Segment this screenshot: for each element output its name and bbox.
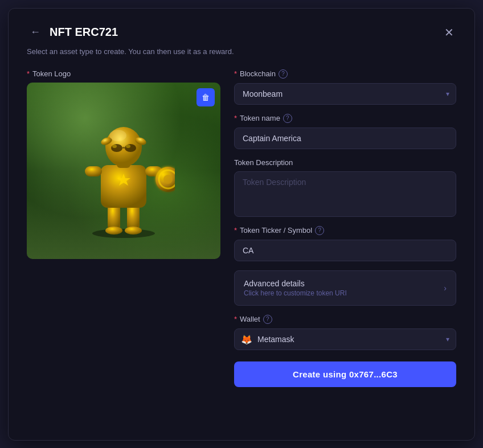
modal-container: ← NFT ERC721 ✕ Select an asset type to c…	[8, 8, 475, 441]
blockchain-info-icon[interactable]: ?	[279, 69, 288, 79]
svg-point-4	[125, 227, 142, 235]
advanced-details-title: Advanced details	[244, 279, 347, 288]
advanced-details-button[interactable]: Advanced details Click here to customize…	[234, 270, 456, 306]
token-name-required: *	[234, 114, 237, 122]
token-name-info-icon[interactable]: ?	[283, 114, 292, 123]
blockchain-label: * Blockchain ?	[234, 69, 456, 79]
modal-title-row: ← NFT ERC721	[27, 25, 118, 39]
golden-figure-svg	[72, 102, 175, 239]
token-description-group: Token Description	[234, 158, 456, 217]
close-button[interactable]: ✕	[442, 24, 456, 40]
svg-rect-20	[122, 147, 125, 149]
required-star: *	[27, 69, 30, 78]
token-name-group: * Token name ?	[234, 114, 456, 149]
svg-rect-5	[101, 165, 146, 208]
svg-point-11	[163, 175, 173, 184]
svg-point-19	[126, 145, 130, 148]
svg-point-3	[105, 227, 122, 235]
token-ticker-info-icon[interactable]: ?	[315, 226, 324, 235]
token-name-label: * Token name ?	[234, 114, 456, 123]
back-button[interactable]: ←	[27, 25, 44, 39]
token-description-input[interactable]	[234, 171, 456, 217]
wallet-group: * Wallet ? 🦊 Metamask ▾	[234, 315, 456, 350]
blockchain-group: * Blockchain ? Moonbeam ▾	[234, 69, 456, 105]
svg-point-18	[112, 145, 117, 148]
svg-rect-7	[85, 166, 102, 176]
token-ticker-label: * Token Ticker / Symbol ?	[234, 226, 456, 235]
modal-subtitle: Select an asset type to create. You can …	[27, 47, 456, 56]
blockchain-required: *	[234, 69, 237, 78]
wallet-info-icon[interactable]: ?	[263, 315, 272, 324]
svg-point-21	[109, 130, 126, 141]
wallet-select[interactable]: Metamask	[234, 328, 456, 350]
advanced-details-content: Advanced details Click here to customize…	[244, 279, 347, 297]
token-logo-image: 🗑	[27, 83, 220, 259]
create-button[interactable]: Create using 0x767...6C3	[234, 361, 456, 387]
token-ticker-required: *	[234, 226, 237, 235]
wallet-select-wrapper: 🦊 Metamask ▾	[234, 328, 456, 350]
advanced-details-chevron-icon: ›	[444, 283, 447, 293]
token-logo-label: * Token Logo	[27, 69, 220, 78]
blockchain-select[interactable]: Moonbeam	[234, 83, 456, 105]
form-layout: * Token Logo 🗑	[27, 69, 456, 387]
advanced-details-subtitle: Click here to customize token URI	[244, 289, 347, 297]
token-logo-placeholder	[27, 83, 220, 259]
token-name-input[interactable]	[234, 128, 456, 149]
modal-header: ← NFT ERC721 ✕	[27, 24, 456, 40]
token-description-label: Token Description	[234, 158, 456, 167]
token-ticker-input[interactable]	[234, 240, 456, 261]
right-form: * Blockchain ? Moonbeam ▾ * Token name ?	[234, 69, 456, 387]
delete-logo-button[interactable]: 🗑	[197, 88, 215, 106]
blockchain-select-wrapper: Moonbeam ▾	[234, 83, 456, 105]
token-logo-section: * Token Logo 🗑	[27, 69, 220, 259]
wallet-required: *	[234, 315, 237, 323]
token-ticker-group: * Token Ticker / Symbol ?	[234, 226, 456, 261]
svg-point-0	[92, 229, 155, 238]
wallet-label: * Wallet ?	[234, 315, 456, 324]
modal-title: NFT ERC721	[50, 26, 118, 39]
